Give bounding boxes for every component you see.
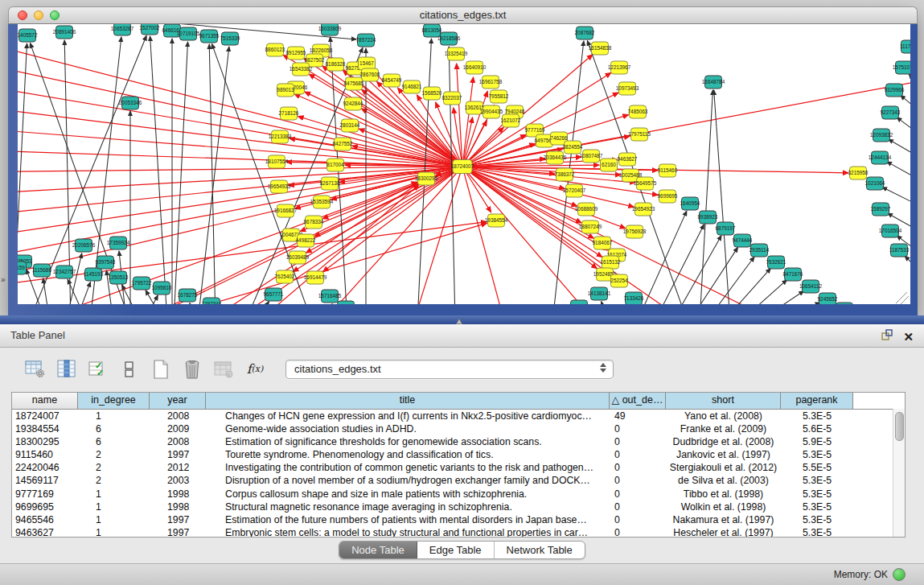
column-header-in-degree[interactable]: in_degree xyxy=(78,393,150,409)
citation-edge-black[interactable] xyxy=(706,257,754,304)
teal-node[interactable]: 1589297 xyxy=(871,203,891,216)
teal-node[interactable]: 9245652 xyxy=(818,293,838,304)
yellow-node[interactable]: 1615132 xyxy=(601,256,621,269)
teal-node[interactable]: 1115686 xyxy=(32,264,51,277)
yellow-node[interactable]: 19166827 xyxy=(274,204,298,217)
yellow-node[interactable]: 1568520 xyxy=(422,87,442,100)
scrollbar-thumb[interactable] xyxy=(895,412,904,441)
yellow-node[interactable]: 10973493 xyxy=(616,82,639,95)
function-builder-icon[interactable]: f(x) xyxy=(244,358,266,380)
yellow-node[interactable]: 12213383 xyxy=(269,130,292,143)
citation-edge-black[interactable] xyxy=(758,291,804,304)
citation-edge-black[interactable] xyxy=(774,303,820,304)
yellow-node[interactable]: 16543382 xyxy=(290,63,313,76)
yellow-node[interactable]: 8186328 xyxy=(326,58,346,71)
yellow-node[interactable]: 15649575 xyxy=(634,177,657,190)
citation-edge-black[interactable] xyxy=(905,256,910,274)
table-row[interactable]: 1830029562008Estimation of significance … xyxy=(12,435,905,448)
citation-edge-red[interactable] xyxy=(457,64,462,167)
column-header-year[interactable]: year xyxy=(150,393,206,409)
yellow-node[interactable]: 3215958 xyxy=(848,167,869,179)
yellow-node[interactable]: 16640910 xyxy=(463,61,487,74)
teal-node[interactable]: 8471676 xyxy=(783,268,803,281)
table-row[interactable]: 946554611997Estimation of the future num… xyxy=(12,513,905,526)
teal-node[interactable]: 17359924 xyxy=(107,237,130,249)
float-panel-icon[interactable] xyxy=(881,329,893,344)
yellow-node[interactable]: 7955812 xyxy=(489,90,509,103)
teal-node[interactable]: 2935114 xyxy=(749,244,770,257)
yellow-node[interactable]: 16154838 xyxy=(589,42,612,55)
citation-edge-black[interactable] xyxy=(897,117,910,137)
yellow-node[interactable]: 9699695 xyxy=(658,190,678,203)
hub-node[interactable]: 18724007 xyxy=(451,160,474,174)
yellow-node[interactable]: 8912955 xyxy=(286,47,306,60)
yellow-node[interactable]: 7625402 xyxy=(275,270,295,283)
yellow-node[interactable]: 7386372 xyxy=(555,168,575,181)
yellow-node[interactable]: 8454749 xyxy=(382,74,402,87)
yellow-node[interactable]: 16914479 xyxy=(304,271,327,284)
yellow-node[interactable]: 19384554 xyxy=(485,214,508,227)
teal-node[interactable]: 12342757 xyxy=(53,266,76,278)
teal-node[interactable]: 2087682 xyxy=(575,27,595,39)
teal-node[interactable]: 1095810 xyxy=(152,282,172,295)
teal-node[interactable]: 1145193 xyxy=(84,268,104,281)
teal-node[interactable]: 9329966 xyxy=(885,84,905,97)
teal-node[interactable]: 7515339 xyxy=(220,32,240,45)
yellow-node[interactable]: 16039489 xyxy=(286,251,310,264)
yellow-node[interactable]: 9146821 xyxy=(402,80,422,93)
citation-edge-black[interactable] xyxy=(655,225,704,304)
citation-edge-black[interactable] xyxy=(740,280,787,304)
yellow-node[interactable]: 8322037 xyxy=(442,92,462,105)
citation-edge-black[interactable] xyxy=(602,302,607,304)
citation-edge-black[interactable] xyxy=(190,303,195,304)
citation-edge-red[interactable] xyxy=(18,167,462,172)
citation-edge-black[interactable] xyxy=(889,139,910,159)
yellow-node[interactable]: 8678334 xyxy=(304,216,324,229)
teal-node[interactable]: 16648784 xyxy=(702,76,725,89)
table-row[interactable]: 977716911998Corpus callosum shape and si… xyxy=(12,488,905,501)
teal-node[interactable]: 1795722 xyxy=(132,277,152,290)
citation-edge-black[interactable] xyxy=(64,40,71,304)
teal-node[interactable]: 20053346 xyxy=(119,97,142,109)
yellow-node[interactable]: 9115460 xyxy=(658,164,678,177)
yellow-node[interactable]: 8475685 xyxy=(344,77,364,90)
teal-node[interactable]: 8938923 xyxy=(698,211,718,224)
teal-node[interactable]: 6879197 xyxy=(716,222,736,235)
table-scrollbar[interactable] xyxy=(893,409,905,538)
delete-table-icon[interactable]: x xyxy=(212,358,235,380)
teal-node[interactable]: 10719105 xyxy=(177,27,200,40)
yellow-node[interactable]: 1621072 xyxy=(501,114,521,127)
yellow-node[interactable]: 20364436 xyxy=(544,151,567,164)
yellow-node[interactable]: 18300295 xyxy=(415,172,438,185)
row-height-icon[interactable] xyxy=(118,358,141,380)
yellow-node[interactable]: 7485063 xyxy=(628,105,648,118)
teal-node[interactable]: 12444134 xyxy=(869,151,892,164)
panel-collapse-arrow[interactable]: » xyxy=(1,275,6,284)
yellow-node[interactable]: 15720407 xyxy=(563,184,586,197)
teal-node[interactable] xyxy=(338,301,355,304)
teal-node[interactable]: 1678275 xyxy=(178,289,198,302)
yellow-node[interactable]: 9242844 xyxy=(343,97,363,110)
table-row[interactable]: 969969511998Structural magnetic resonanc… xyxy=(12,501,905,513)
yellow-node[interactable]: 9184067 xyxy=(593,237,613,249)
citation-edge-black[interactable] xyxy=(887,162,910,182)
teal-node[interactable]: 9474444 xyxy=(733,234,753,247)
teal-node[interactable]: 7857224 xyxy=(356,34,376,47)
yellow-node[interactable]: 13325419 xyxy=(445,47,468,60)
citation-edge-black[interactable] xyxy=(689,247,738,304)
citation-edge-black[interactable] xyxy=(198,47,229,304)
table-row[interactable]: 946362711997Embryonic stem cells: a mode… xyxy=(12,526,905,538)
new-document-icon[interactable] xyxy=(150,358,172,380)
tab-edge-table[interactable]: Edge Table xyxy=(417,542,495,558)
citation-edge-black[interactable] xyxy=(901,95,910,114)
teal-node[interactable]: 1640954 xyxy=(680,197,700,210)
teal-node[interactable]: 9227343 xyxy=(881,106,901,119)
show-column-icon[interactable] xyxy=(55,358,78,380)
yellow-node[interactable]: 10807487 xyxy=(580,150,603,163)
yellow-node[interactable]: 62160 xyxy=(601,159,618,171)
citation-edge-red[interactable] xyxy=(18,167,462,285)
yellow-node[interactable]: 19654923 xyxy=(632,203,655,216)
teal-node[interactable]: 12093832 xyxy=(870,129,893,142)
teal-node[interactable]: 1117263 xyxy=(900,40,910,53)
yellow-node[interactable]: 18807249 xyxy=(579,220,602,233)
